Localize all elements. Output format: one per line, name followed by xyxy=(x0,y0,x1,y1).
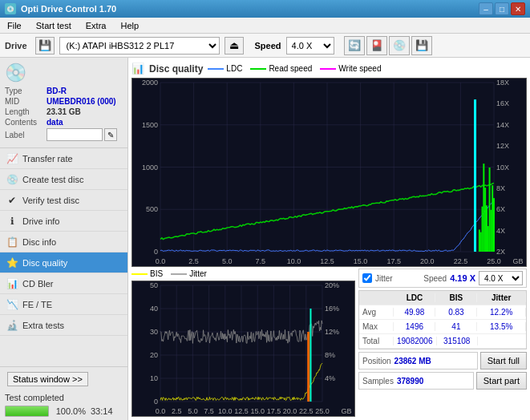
stats-max-row: Max 1496 41 13.5% xyxy=(359,320,526,334)
avg-bis: 0.83 xyxy=(435,308,477,317)
sidebar-item-create-test-disc[interactable]: 💿Create test disc xyxy=(0,169,127,190)
drive-select[interactable]: (K:) ATAPI iHBS312 2 PL17 xyxy=(59,37,220,55)
total-bis: 315108 xyxy=(437,337,479,345)
samples-row: Samples 378990 xyxy=(358,372,474,390)
chart1-header: 📊 Disc quality LDC Read speed Write spee… xyxy=(131,61,527,76)
pos-samples-row: Position 23862 MB Start full xyxy=(358,352,527,370)
label-input[interactable] xyxy=(47,128,103,141)
cd-bler-icon: 📊 xyxy=(6,278,18,289)
chart2-header: BIS Jitter xyxy=(131,269,355,279)
save-button[interactable]: 💾 xyxy=(411,36,432,55)
speed-select-small[interactable]: 4.0 X xyxy=(479,271,523,285)
chart2-canvas xyxy=(132,281,354,416)
stats-avg-row: Avg 49.98 0.83 12.2% xyxy=(359,305,526,320)
label-key: Label xyxy=(5,131,47,139)
sidebar-item-verify-test-disc[interactable]: ✔Verify test disc xyxy=(0,190,127,211)
sidebar-item-disc-info[interactable]: 📋Disc info xyxy=(0,232,127,252)
window-controls: – □ ✕ xyxy=(479,2,525,15)
ldc-color xyxy=(208,68,224,70)
legend-write-speed: Write speed xyxy=(320,64,381,73)
progress-row: 100.0% 33:14 xyxy=(0,404,127,420)
length-label: Length xyxy=(5,107,47,116)
progress-bar-container xyxy=(5,406,49,417)
status-window-button[interactable]: Status window >> xyxy=(7,372,88,386)
chart2-section: BIS Jitter xyxy=(131,269,355,417)
drive-icon: 💾 xyxy=(35,37,55,55)
settings-button[interactable]: 🎴 xyxy=(366,36,387,55)
speed-display: 4.19 X xyxy=(450,273,475,283)
speed-select[interactable]: 4.0 X xyxy=(286,37,334,55)
samples-btn-row: Samples 378990 Start part xyxy=(358,372,527,390)
chart2-container xyxy=(131,281,355,417)
sidebar-item-extra-tests[interactable]: 🔬Extra tests xyxy=(0,315,127,336)
contents-label: Contents xyxy=(5,118,47,127)
avg-label: Avg xyxy=(359,308,394,317)
total-label: Total xyxy=(359,337,394,345)
start-full-button[interactable]: Start full xyxy=(480,352,527,370)
contents-value: data xyxy=(47,118,63,127)
content-area: 📊 Disc quality LDC Read speed Write spee… xyxy=(128,58,530,420)
jitter-speed-row: Jitter Speed 4.19 X 4.0 X xyxy=(358,269,527,288)
close-button[interactable]: ✕ xyxy=(511,2,525,15)
menu-extra[interactable]: Extra xyxy=(82,20,111,31)
read-speed-color xyxy=(250,68,266,70)
progress-pct: 100.0% xyxy=(54,406,86,416)
menu-help[interactable]: Help xyxy=(116,20,143,31)
disc-button[interactable]: 💿 xyxy=(389,36,410,55)
total-ldc: 19082006 xyxy=(394,337,437,345)
sidebar-item-cd-bler[interactable]: 📊CD Bler xyxy=(0,273,127,294)
start-part-button[interactable]: Start part xyxy=(476,372,527,390)
bis-label: BIS xyxy=(150,269,163,278)
read-speed-label: Read speed xyxy=(269,64,312,73)
sidebar-item-transfer-rate[interactable]: 📈Transfer rate xyxy=(0,148,127,169)
disc-large-icon: 💿 xyxy=(5,63,26,83)
status-progress-area: Test completed xyxy=(0,391,127,404)
app-title: Opti Drive Control 1.70 xyxy=(21,4,116,14)
sidebar-item-disc-quality[interactable]: ⭐Disc quality xyxy=(0,252,127,273)
disc-type-row: Type BD-R xyxy=(5,87,123,95)
verify-test-disc-icon: ✔ xyxy=(6,195,18,206)
refresh-button[interactable]: 🔄 xyxy=(344,36,365,55)
sidebar: 💿 Type BD-R MID UMEBDR016 (000) Length 2… xyxy=(0,58,128,420)
menu-start-test[interactable]: Start test xyxy=(32,20,75,31)
disc-contents-row: Contents data xyxy=(5,118,123,127)
disc-info-panel: 💿 Type BD-R MID UMEBDR016 (000) Length 2… xyxy=(0,58,127,148)
disc-info-icon: 📋 xyxy=(6,236,18,248)
header-jitter: Jitter xyxy=(477,293,526,302)
label-edit-button[interactable]: ✎ xyxy=(104,128,117,141)
eject-button[interactable]: ⏏ xyxy=(225,37,244,55)
jitter-label-text: Jitter xyxy=(375,274,393,283)
status-section: Status window >> xyxy=(0,366,127,391)
sidebar-nav: 📈Transfer rate💿Create test disc✔Verify t… xyxy=(0,148,127,366)
sidebar-item-fe-te[interactable]: 📉FE / TE xyxy=(0,294,127,315)
jitter-checkbox[interactable] xyxy=(362,273,372,283)
speed-label: Speed xyxy=(255,41,281,50)
samples-label: Samples xyxy=(362,377,394,386)
menu-file[interactable]: File xyxy=(3,20,26,31)
minimize-button[interactable]: – xyxy=(479,2,493,15)
disc-info-label: Disc info xyxy=(22,237,56,247)
maximize-button[interactable]: □ xyxy=(495,2,509,15)
chart1-canvas xyxy=(132,79,526,266)
header-ldc: LDC xyxy=(394,293,435,302)
max-ldc: 1496 xyxy=(394,322,435,331)
extra-tests-label: Extra tests xyxy=(22,321,64,330)
length-value: 23.31 GB xyxy=(47,107,81,116)
legend-read-speed: Read speed xyxy=(250,64,312,73)
header-bis: BIS xyxy=(435,293,477,302)
sidebar-item-drive-info[interactable]: ℹDrive info xyxy=(0,211,127,232)
title-bar: 💿 Opti Drive Control 1.70 – □ ✕ xyxy=(0,0,530,18)
chart1-container xyxy=(131,78,527,267)
legend-bis: BIS xyxy=(131,269,163,278)
disc-label-row: Label ✎ xyxy=(5,128,123,141)
disc-quality-icon: ⭐ xyxy=(6,257,18,269)
position-label: Position xyxy=(362,357,391,365)
chart-title: Disc quality xyxy=(149,63,203,75)
cd-bler-label: CD Bler xyxy=(22,279,54,289)
max-label: Max xyxy=(359,322,394,331)
legend-ldc: LDC xyxy=(208,64,242,73)
jitter-color xyxy=(171,273,187,275)
avg-jitter: 12.2% xyxy=(477,308,526,317)
stats-table: LDC BIS Jitter Avg 49.98 0.83 12.2% Max xyxy=(358,290,527,349)
disc-quality-label: Disc quality xyxy=(22,258,67,268)
